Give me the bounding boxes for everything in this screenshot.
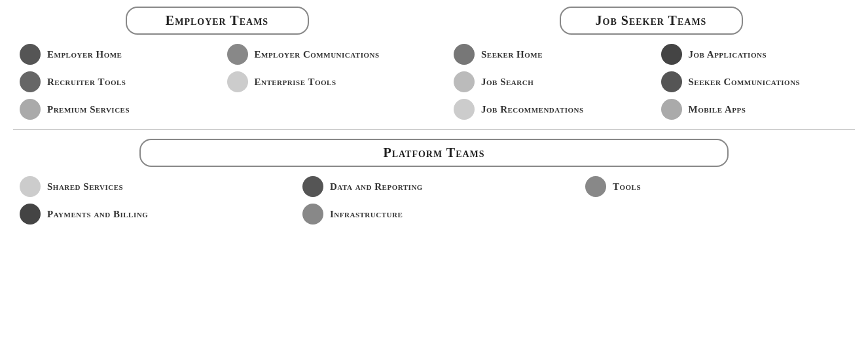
premium-services-label: Premium Services xyxy=(47,104,130,115)
list-item[interactable]: Tools xyxy=(585,176,855,197)
recruiter-tools-dot xyxy=(20,71,41,92)
payments-dot xyxy=(20,204,41,225)
employer-col2: Employer Communications Enterprise Tools xyxy=(227,44,422,120)
list-item[interactable]: Mobile Apps xyxy=(661,99,856,120)
recruiter-tools-label: Recruiter Tools xyxy=(47,77,126,88)
infrastructure-label: Infrastructure xyxy=(330,209,403,220)
list-item[interactable]: Job Applications xyxy=(661,44,856,65)
premium-services-dot xyxy=(20,99,41,120)
data-reporting-label: Data and Reporting xyxy=(330,181,423,192)
seeker-col2: Job Applications Seeker Communications M… xyxy=(661,44,856,120)
shared-services-dot xyxy=(20,176,41,197)
list-item[interactable]: Employer Communications xyxy=(227,44,422,65)
list-item[interactable]: Job Search xyxy=(454,71,648,92)
platform-teams-box: Platform Teams xyxy=(139,139,729,167)
list-item[interactable]: Data and Reporting xyxy=(302,176,572,197)
employer-comms-dot xyxy=(227,44,248,65)
enterprise-tools-dot xyxy=(227,71,248,92)
job-search-label: Job Search xyxy=(481,77,533,88)
employer-home-label: Employer Home xyxy=(47,49,122,60)
tools-label: Tools xyxy=(613,181,641,192)
platform-teams-section: Platform Teams Shared Services Payments … xyxy=(13,139,855,225)
seeker-comms-dot xyxy=(661,71,682,92)
job-apps-label: Job Applications xyxy=(689,49,767,60)
list-item[interactable]: Enterprise Tools xyxy=(227,71,422,92)
employer-teams-grid: Employer Home Recruiter Tools Premium Se… xyxy=(13,44,421,120)
platform-col2: Data and Reporting Infrastructure xyxy=(302,176,572,225)
job-seeker-teams-section: Job Seeker Teams Seeker Home Job Search … xyxy=(447,7,855,120)
job-recs-label: Job Recommendations xyxy=(481,104,584,115)
employer-teams-box: Employer Teams xyxy=(126,7,309,35)
seeker-comms-label: Seeker Communications xyxy=(689,77,801,88)
list-item[interactable]: Payments and Billing xyxy=(20,204,289,225)
list-item[interactable]: Infrastructure xyxy=(302,204,572,225)
employer-col1: Employer Home Recruiter Tools Premium Se… xyxy=(20,44,214,120)
job-apps-dot xyxy=(661,44,682,65)
list-item[interactable]: Shared Services xyxy=(20,176,289,197)
platform-teams-title: Platform Teams xyxy=(383,145,484,160)
shared-services-label: Shared Services xyxy=(47,181,123,192)
list-item[interactable]: Recruiter Tools xyxy=(20,71,214,92)
data-reporting-dot xyxy=(302,176,323,197)
mobile-apps-dot xyxy=(661,99,682,120)
list-item[interactable]: Job Recommendations xyxy=(454,99,648,120)
tools-dot xyxy=(585,176,606,197)
platform-col3: Tools xyxy=(585,176,855,225)
list-item[interactable]: Seeker Home xyxy=(454,44,648,65)
seeker-home-dot xyxy=(454,44,475,65)
job-seeker-teams-header: Job Seeker Teams xyxy=(447,7,855,35)
employer-home-dot xyxy=(20,44,41,65)
list-item[interactable]: Premium Services xyxy=(20,99,214,120)
enterprise-tools-label: Enterprise Tools xyxy=(255,77,336,88)
job-seeker-teams-grid: Seeker Home Job Search Job Recommendatio… xyxy=(447,44,855,120)
platform-col1: Shared Services Payments and Billing xyxy=(20,176,289,225)
list-item[interactable]: Employer Home xyxy=(20,44,214,65)
mobile-apps-label: Mobile Apps xyxy=(689,104,746,115)
section-divider xyxy=(13,129,855,130)
seeker-home-label: Seeker Home xyxy=(481,49,543,60)
job-search-dot xyxy=(454,71,475,92)
list-item[interactable]: Seeker Communications xyxy=(661,71,856,92)
employer-teams-header: Employer Teams xyxy=(13,7,421,35)
platform-teams-header: Platform Teams xyxy=(13,139,855,167)
top-row: Employer Teams Employer Home Recruiter T… xyxy=(13,7,855,120)
payments-label: Payments and Billing xyxy=(47,209,148,220)
platform-teams-grid: Shared Services Payments and Billing Dat… xyxy=(13,176,855,225)
employer-comms-label: Employer Communications xyxy=(255,49,380,60)
employer-teams-title: Employer Teams xyxy=(166,13,268,27)
job-seeker-teams-box: Job Seeker Teams xyxy=(560,7,743,35)
employer-teams-section: Employer Teams Employer Home Recruiter T… xyxy=(13,7,421,120)
job-seeker-teams-title: Job Seeker Teams xyxy=(596,13,707,27)
infrastructure-dot xyxy=(302,204,323,225)
seeker-col1: Seeker Home Job Search Job Recommendatio… xyxy=(454,44,648,120)
job-recs-dot xyxy=(454,99,475,120)
